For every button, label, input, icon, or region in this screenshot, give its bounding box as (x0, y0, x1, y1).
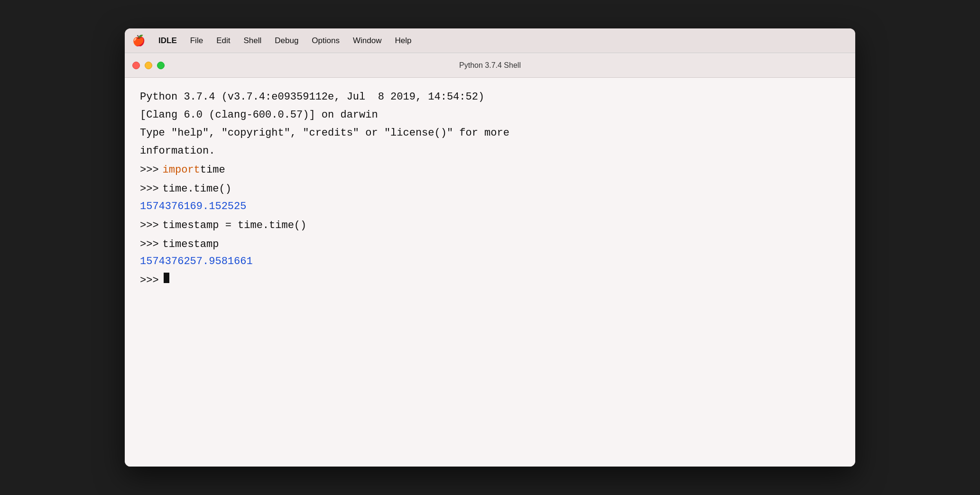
menu-item-help[interactable]: Help (395, 36, 411, 46)
menu-item-file[interactable]: File (190, 36, 203, 46)
import-time-code: time (200, 162, 225, 178)
maximize-button[interactable] (157, 62, 165, 69)
menu-item-options[interactable]: Options (312, 36, 340, 46)
close-button[interactable] (132, 62, 140, 69)
output-value-2: 1574376257.9581661 (140, 254, 840, 270)
prompt-line-4: >>> timestamp (140, 237, 840, 253)
type-help-line: Type "help", "copyright", "credits" or "… (140, 125, 840, 141)
timestamp-assign-code: timestamp = time.time() (163, 218, 307, 234)
menu-bar: 🍎 IDLE File Edit Shell Debug Options Win… (125, 28, 855, 53)
mac-window: 🍎 IDLE File Edit Shell Debug Options Win… (125, 28, 855, 467)
import-keyword: import (163, 162, 200, 178)
shell-content[interactable]: Python 3.7.4 (v3.7.4:e09359112e, Jul 8 2… (125, 78, 855, 467)
time-time-code: time.time() (163, 181, 231, 197)
prompt-line-2: >>> time.time() (140, 181, 840, 197)
prompt-line-5[interactable]: >>> (140, 273, 840, 289)
menu-item-debug[interactable]: Debug (275, 36, 298, 46)
prompt-symbol-3: >>> (140, 218, 159, 234)
prompt-symbol-1: >>> (140, 162, 159, 178)
window-controls (132, 62, 165, 69)
menu-item-shell[interactable]: Shell (243, 36, 261, 46)
information-line: information. (140, 143, 840, 159)
prompt-symbol-2: >>> (140, 181, 159, 197)
title-bar: Python 3.7.4 Shell (125, 53, 855, 78)
output-value-1: 1574376169.152525 (140, 199, 840, 215)
timestamp-var-code: timestamp (163, 237, 219, 253)
window-title: Python 3.7.4 Shell (459, 61, 521, 70)
prompt-symbol-4: >>> (140, 237, 159, 253)
prompt-line-3: >>> timestamp = time.time() (140, 218, 840, 234)
minimize-button[interactable] (145, 62, 152, 69)
prompt-symbol-5: >>> (140, 273, 159, 289)
menu-item-window[interactable]: Window (353, 36, 381, 46)
python-version-line: Python 3.7.4 (v3.7.4:e09359112e, Jul 8 2… (140, 89, 840, 105)
menu-item-edit[interactable]: Edit (216, 36, 230, 46)
prompt-line-1: >>> import time (140, 162, 840, 178)
clang-line: [Clang 6.0 (clang-600.0.57)] on darwin (140, 107, 840, 123)
cursor (164, 273, 169, 283)
apple-icon[interactable]: 🍎 (132, 35, 145, 47)
menu-item-idle[interactable]: IDLE (158, 36, 177, 46)
